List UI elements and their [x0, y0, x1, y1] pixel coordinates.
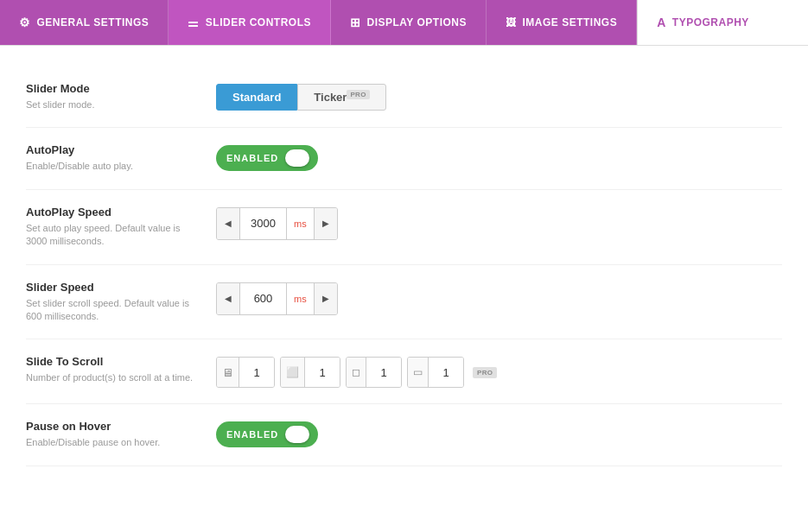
setting-autoplay-speed: AutoPlay Speed Set auto play speed. Defa… [26, 190, 782, 265]
slider-speed-label: Slider Speed [26, 281, 199, 294]
setting-slider-mode: Slider Mode Set slider mode. Standard Ti… [26, 66, 782, 128]
tab-display[interactable]: ⊞ DISPLAY OPTIONS [331, 0, 487, 45]
desktop-icon: 🖥 [217, 358, 239, 387]
setting-slide-to-scroll: Slide To Scroll Number of product(s) to … [26, 339, 782, 404]
autoplay-label-col: AutoPlay Enable/Disable auto play. [26, 143, 199, 173]
slide-to-scroll-label-col: Slide To Scroll Number of product(s) to … [26, 355, 199, 384]
scroll-tablet-small-input[interactable] [366, 358, 401, 387]
autoplay-desc: Enable/Disable auto play. [26, 160, 199, 173]
slider-mode-label: Slider Mode [26, 82, 199, 95]
tab-general[interactable]: GENERAL SETTINGS [0, 0, 169, 45]
image-icon [506, 16, 517, 28]
slider-speed-decrement[interactable]: ◀ [217, 283, 239, 314]
slide-to-scroll-desc: Number of product(s) to scroll at a time… [26, 371, 199, 384]
content-area: Slider Mode Set slider mode. Standard Ti… [0, 46, 808, 487]
typography-icon [657, 16, 666, 29]
slider-mode-desc: Set slider mode. [26, 98, 199, 111]
slider-mode-control: Standard TickerPRO [216, 82, 782, 111]
pause-on-hover-toggle-label: ENABLED [226, 429, 278, 440]
mode-ticker-button[interactable]: TickerPRO [297, 84, 385, 111]
slider-speed-unit: ms [287, 283, 315, 314]
pause-on-hover-label: Pause on Hover [26, 420, 199, 433]
setting-pause-on-hover: Pause on Hover Enable/Disable pause on h… [26, 404, 782, 466]
tab-image-label: IMAGE SETTINGS [523, 16, 618, 28]
grid-icon: ⊞ [350, 16, 361, 29]
autoplay-toggle-label: ENABLED [226, 153, 278, 163]
mobile-icon: ▭ [408, 358, 429, 387]
autoplay-speed-desc: Set auto play speed. Default value is 30… [26, 222, 199, 249]
ticker-pro-badge: PRO [347, 90, 369, 99]
scroll-tablet-large: ⬜ [280, 357, 340, 388]
nav-tabs: GENERAL SETTINGS SLIDER CONTROLS ⊞ DISPL… [0, 0, 808, 46]
slider-speed-spinner: ◀ ms ▶ [216, 282, 338, 315]
pause-on-hover-desc: Enable/Disable pause on hover. [26, 436, 199, 449]
pause-on-hover-control: ENABLED [216, 420, 782, 447]
mode-standard-button[interactable]: Standard [216, 84, 297, 111]
gear-icon [19, 16, 31, 29]
scroll-tablet-small: ◻ [346, 357, 402, 388]
pause-on-hover-toggle-knob [285, 426, 309, 443]
slide-to-scroll-label: Slide To Scroll [26, 355, 199, 368]
slider-speed-increment[interactable]: ▶ [315, 283, 337, 314]
autoplay-toggle[interactable]: ENABLED [216, 145, 318, 171]
tab-display-label: DISPLAY OPTIONS [366, 16, 467, 28]
tab-slider[interactable]: SLIDER CONTROLS [169, 0, 331, 45]
scroll-pro-badge: PRO [473, 367, 497, 378]
slider-speed-input[interactable] [239, 283, 287, 314]
setting-autoplay: AutoPlay Enable/Disable auto play. ENABL… [26, 128, 782, 189]
autoplay-speed-unit: ms [287, 208, 315, 239]
scroll-desktop-input[interactable] [239, 358, 274, 387]
tab-typography[interactable]: TYPOGRAPHY [637, 0, 768, 45]
autoplay-speed-input[interactable] [239, 208, 287, 239]
autoplay-speed-spinner: ◀ ms ▶ [216, 207, 338, 240]
tablet-small-icon: ◻ [347, 358, 366, 387]
slider-speed-label-col: Slider Speed Set slider scroll speed. De… [26, 281, 199, 324]
tab-general-label: GENERAL SETTINGS [37, 16, 150, 28]
tab-slider-label: SLIDER CONTROLS [206, 16, 311, 28]
autoplay-speed-control: ◀ ms ▶ [216, 206, 782, 240]
pause-on-hover-toggle[interactable]: ENABLED [216, 421, 318, 447]
autoplay-control: ENABLED [216, 143, 782, 171]
autoplay-speed-label-col: AutoPlay Speed Set auto play speed. Defa… [26, 206, 199, 249]
autoplay-label: AutoPlay [26, 143, 199, 156]
pause-on-hover-label-col: Pause on Hover Enable/Disable pause on h… [26, 420, 199, 449]
sliders-icon [188, 16, 200, 29]
scroll-tablet-large-input[interactable] [305, 358, 340, 387]
slider-speed-control: ◀ ms ▶ [216, 281, 782, 315]
slide-to-scroll-control: 🖥 ⬜ ◻ ▭ PRO [216, 355, 782, 388]
tab-typography-label: TYPOGRAPHY [672, 16, 749, 28]
slider-speed-desc: Set slider scroll speed. Default value i… [26, 297, 199, 324]
scroll-mobile-input[interactable] [429, 358, 463, 387]
mode-buttons: Standard TickerPRO [216, 84, 386, 111]
scroll-mobile: ▭ [407, 357, 464, 388]
autoplay-toggle-knob [285, 149, 309, 167]
scroll-desktop: 🖥 [216, 357, 275, 388]
setting-slider-speed: Slider Speed Set slider scroll speed. De… [26, 265, 782, 340]
autoplay-speed-decrement[interactable]: ◀ [217, 208, 239, 239]
autoplay-speed-increment[interactable]: ▶ [315, 208, 337, 239]
scroll-controls: 🖥 ⬜ ◻ ▭ PRO [216, 357, 497, 388]
tab-image[interactable]: IMAGE SETTINGS [487, 0, 637, 45]
autoplay-speed-label: AutoPlay Speed [26, 206, 199, 218]
tablet-large-icon: ⬜ [281, 358, 305, 387]
slider-mode-label-col: Slider Mode Set slider mode. [26, 82, 199, 111]
